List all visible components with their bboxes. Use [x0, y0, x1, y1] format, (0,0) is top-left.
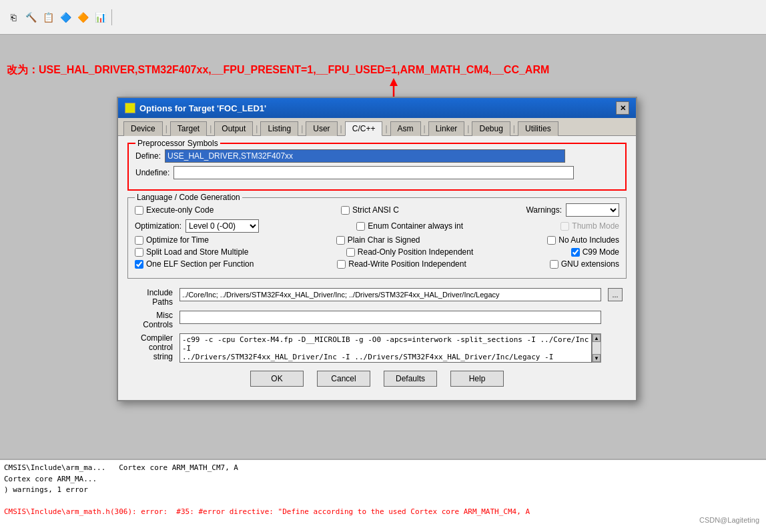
ok-button[interactable]: OK: [250, 371, 304, 387]
optimization-select[interactable]: Level 0 (-O0): [185, 219, 259, 233]
define-input[interactable]: [165, 149, 565, 163]
preprocessor-group-label: Preprocessor Symbols: [135, 139, 220, 148]
language-group: Language / Code Generation Execute-only …: [127, 197, 627, 279]
enum-container-checkbox[interactable]: [356, 222, 365, 231]
dialog-title: Options for Target 'FOC_LED1': [139, 103, 266, 113]
compiler-control-textarea[interactable]: -c99 -c -cpu Cortex-M4.fp -D__MICROLIB -…: [179, 333, 592, 363]
execute-only-label: Execute-only Code: [146, 205, 214, 215]
plain-char-label: Plain Char is Signed: [348, 235, 420, 245]
execute-only-checkbox[interactable]: [135, 206, 143, 215]
optimization-row: Optimization: Level 0 (-O0): [135, 219, 259, 233]
split-load-label: Split Load and Store Multiple: [146, 247, 248, 257]
no-auto-includes-label: No Auto Includes: [558, 235, 619, 245]
include-paths-input[interactable]: [179, 288, 601, 301]
include-paths-label: IncludePaths: [129, 287, 175, 308]
read-only-checkbox[interactable]: [346, 248, 355, 257]
c99-mode-label: C99 Mode: [583, 247, 619, 257]
include-paths-row: IncludePaths ...: [129, 287, 625, 308]
plain-char-checkbox[interactable]: [336, 236, 345, 245]
gnu-extensions-checkbox[interactable]: [550, 260, 558, 269]
one-elf-checkbox[interactable]: [135, 260, 143, 269]
watermark: CSDN@Lagiteting: [699, 516, 759, 524]
no-auto-includes-row: No Auto Includes: [547, 235, 619, 245]
optimize-time-label: Optimize for Time: [146, 235, 209, 245]
plain-char-row: Plain Char is Signed: [336, 235, 420, 245]
tab-debug[interactable]: Debug: [472, 121, 510, 136]
log-line-1: CMSIS\Include\arm_ma... Cortex core ARM_…: [4, 463, 762, 474]
c99-mode-row: C99 Mode: [571, 247, 619, 257]
optimize-time-checkbox[interactable]: [135, 236, 143, 245]
toolbar-icon-4[interactable]: 🔷: [57, 9, 73, 25]
toolbar-separator: [111, 9, 112, 25]
include-paths-browse-button[interactable]: ...: [608, 288, 623, 301]
tab-linker[interactable]: Linker: [428, 121, 465, 136]
dialog-close-button[interactable]: ✕: [616, 101, 629, 115]
tab-utilities[interactable]: Utilities: [518, 121, 558, 136]
tab-output[interactable]: Output: [214, 121, 253, 136]
no-auto-includes-checkbox[interactable]: [547, 236, 556, 245]
enum-container-label: Enum Container always int: [368, 221, 463, 231]
split-load-checkbox[interactable]: [135, 248, 143, 257]
help-button[interactable]: Help: [450, 371, 504, 387]
define-row: Define:: [135, 149, 619, 163]
thumb-mode-row: Thumb Mode: [560, 221, 619, 231]
toolbar-icon-3[interactable]: 📋: [40, 9, 56, 25]
read-write-label: Read-Write Position Independent: [348, 259, 466, 269]
toolbar-icon-1[interactable]: ⎗: [5, 9, 21, 25]
tab-device[interactable]: Device: [123, 121, 163, 136]
dialog-tabs: Device | Target | Output | Listing | Use…: [118, 118, 636, 136]
warnings-row: Warnings:: [526, 203, 619, 217]
strict-ansi-checkbox[interactable]: [341, 206, 350, 215]
read-write-checkbox[interactable]: [337, 260, 346, 269]
misc-controls-input[interactable]: [179, 311, 601, 324]
optimize-time-row: Optimize for Time: [135, 235, 209, 245]
toolbar: ⎗ 🔨 📋 🔷 🔶 📊: [0, 0, 766, 35]
strict-ansi-row: Strict ANSI C: [341, 205, 399, 215]
language-group-label: Language / Code Generation: [135, 193, 242, 202]
read-only-row: Read-Only Position Independent: [346, 247, 473, 257]
tab-cc[interactable]: C/C++: [345, 121, 383, 136]
toolbar-icon-2[interactable]: 🔨: [23, 9, 39, 25]
cancel-button[interactable]: Cancel: [317, 371, 370, 387]
gnu-extensions-label: GNU extensions: [561, 259, 619, 269]
misc-controls-row: MiscControls: [129, 309, 625, 331]
thumb-mode-label: Thumb Mode: [572, 221, 619, 231]
scroll-down-arrow[interactable]: ▼: [593, 354, 601, 362]
split-load-row: Split Load and Store Multiple: [135, 247, 248, 257]
dialog-options: Options for Target 'FOC_LED1' ✕ Device |…: [117, 97, 637, 401]
enum-container-row: Enum Container always int: [356, 221, 463, 231]
one-elf-row: One ELF Section per Function: [135, 259, 254, 269]
toolbar-icon-5[interactable]: 🔶: [75, 9, 91, 25]
log-line-4: [4, 496, 762, 507]
undefine-label: Undefine:: [135, 168, 169, 177]
compiler-scrollbar[interactable]: ▲ ▼: [592, 333, 601, 363]
undefine-input[interactable]: [173, 166, 574, 179]
tab-target[interactable]: Target: [170, 121, 207, 136]
tab-user[interactable]: User: [306, 121, 337, 136]
compiler-control-label: Compilercontrolstring: [129, 332, 175, 364]
toolbar-icon-6[interactable]: 📊: [92, 9, 108, 25]
tab-listing[interactable]: Listing: [260, 121, 298, 136]
include-table: IncludePaths ... MiscControls Compilerco…: [127, 285, 627, 365]
scroll-up-arrow[interactable]: ▲: [593, 334, 601, 342]
read-only-label: Read-Only Position Independent: [358, 247, 473, 257]
misc-controls-label: MiscControls: [129, 309, 175, 331]
tab-asm[interactable]: Asm: [390, 121, 421, 136]
c99-mode-checkbox[interactable]: [571, 248, 580, 257]
thumb-mode-checkbox[interactable]: [560, 222, 569, 231]
dialog-title-icon: [125, 103, 135, 113]
warnings-select[interactable]: [566, 203, 619, 217]
optimization-label: Optimization:: [135, 221, 181, 231]
dialog-body: Preprocessor Symbols Define: Undefine: L…: [118, 136, 636, 400]
log-line-5: CMSIS\Include\arm_math.h(306): error: #3…: [4, 507, 762, 518]
dialog-titlebar: Options for Target 'FOC_LED1' ✕: [118, 98, 636, 118]
defaults-button[interactable]: Defaults: [384, 371, 437, 387]
execute-only-row: Execute-only Code: [135, 205, 214, 215]
strict-ansi-label: Strict ANSI C: [352, 205, 399, 215]
warnings-label: Warnings:: [526, 205, 562, 215]
log-line-2: Cortex core ARM_MA...: [4, 474, 762, 485]
undefine-row: Undefine:: [135, 166, 619, 179]
gnu-extensions-row: GNU extensions: [550, 259, 619, 269]
define-label: Define:: [135, 151, 161, 161]
compiler-control-row: Compilercontrolstring -c99 -c -cpu Corte…: [129, 332, 625, 364]
